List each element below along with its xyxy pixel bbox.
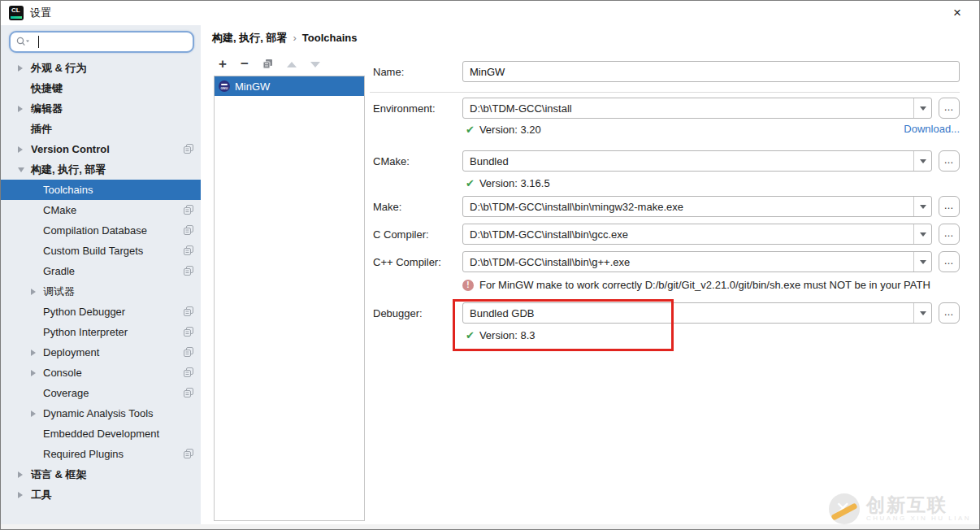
copy-toolchain-button[interactable] <box>262 59 273 71</box>
sidebar-item-dynamic-analysis-tools[interactable]: Dynamic Analysis Tools <box>1 403 201 424</box>
copy-icon <box>184 367 193 377</box>
sidebar-item-console[interactable]: Console <box>1 363 201 383</box>
sidebar-item-row-1[interactable]: 快捷键 <box>1 78 201 98</box>
sidebar-item-cmake[interactable]: CMake <box>1 200 201 220</box>
sidebar-item-embedded-development[interactable]: Embedded Development <box>1 424 201 444</box>
c-compiler-browse-button[interactable]: … <box>939 224 960 245</box>
sidebar-item-label: Version Control <box>31 143 110 155</box>
sidebar-item-required-plugins[interactable]: Required Plugins <box>1 444 201 464</box>
environment-version: Version: 3.20 <box>479 124 541 136</box>
chevron-down-icon[interactable] <box>913 151 931 171</box>
chevron-down-icon[interactable] <box>913 224 931 244</box>
copy-icon <box>184 449 193 458</box>
sidebar-item-row-0[interactable]: 外观 & 行为 <box>1 58 201 78</box>
clion-logo-icon: CL <box>9 6 24 20</box>
chevron-down-icon[interactable] <box>913 252 931 272</box>
sidebar-item-row-11[interactable]: 调试器 <box>1 281 201 302</box>
chevron-down-icon[interactable] <box>18 167 24 172</box>
check-icon: ✔ <box>466 177 475 189</box>
add-toolchain-button[interactable]: + <box>219 59 227 70</box>
make-label: Make: <box>373 201 401 213</box>
cmake-version-row: ✔ Version: 3.16.5 <box>466 177 550 189</box>
name-label: Name: <box>373 66 404 78</box>
toolchains-page: 构建, 执行, 部署›Toolchains + − MinGW <box>201 25 980 524</box>
name-value: MinGW <box>470 66 505 78</box>
sidebar-item-label: Dynamic Analysis Tools <box>43 407 154 419</box>
sidebar-item-version-control[interactable]: Version Control <box>1 139 201 159</box>
environment-browse-button[interactable]: … <box>939 98 960 119</box>
sidebar-item-python-debugger[interactable]: Python Debugger <box>1 302 201 322</box>
chevron-right-icon[interactable] <box>18 106 23 112</box>
sidebar-item-label: 快捷键 <box>31 81 63 96</box>
breadcrumb-path[interactable]: 构建, 执行, 部署 <box>212 32 287 44</box>
check-icon: ✔ <box>466 124 475 136</box>
move-down-button[interactable] <box>310 62 320 67</box>
cmake-combo[interactable]: Bundled <box>462 150 932 172</box>
sidebar-item-row-21[interactable]: 工具 <box>1 484 201 505</box>
debugger-version: Version: 8.3 <box>479 329 536 341</box>
environment-label: Environment: <box>373 102 436 115</box>
make-browse-button[interactable]: … <box>939 196 960 217</box>
close-icon[interactable]: × <box>948 4 966 22</box>
toolchain-item-label: MinGW <box>235 80 270 93</box>
sidebar-item-label: Python Debugger <box>43 306 125 318</box>
settings-dialog: CL 设置 × 外观 & 行为快捷键编辑器插件Version Control构建… <box>0 0 980 530</box>
chevron-right-icon[interactable] <box>31 411 36 417</box>
chevron-right-icon[interactable] <box>18 65 23 72</box>
sidebar-item-label: 工具 <box>31 488 52 502</box>
chevron-right-icon[interactable] <box>18 492 23 498</box>
sidebar-item-python-interpreter[interactable]: Python Interpreter <box>1 322 201 342</box>
cpp-compiler-combo[interactable]: D:\b\TDM-GCC\install\bin\g++.exe <box>462 251 932 272</box>
chevron-down-icon[interactable] <box>913 303 931 323</box>
error-icon: ! <box>462 280 474 291</box>
name-input[interactable]: MinGW <box>462 61 960 82</box>
chevron-right-icon[interactable] <box>31 370 36 376</box>
watermark-logo: 创新互联 CHUANG XIN HU LIAN <box>829 493 971 524</box>
cmake-value: Bundled <box>463 155 913 167</box>
chevron-down-icon[interactable] <box>913 197 931 216</box>
remove-toolchain-button[interactable]: − <box>241 59 249 70</box>
debugger-value: Bundled GDB <box>463 307 913 319</box>
environment-version-row: ✔ Version: 3.20 <box>466 124 541 136</box>
sidebar-item-label: 编辑器 <box>31 102 63 116</box>
sidebar-item-label: Python Interpreter <box>43 326 128 338</box>
chevron-right-icon[interactable] <box>31 350 36 356</box>
sidebar-item-row-3[interactable]: 插件 <box>1 119 201 139</box>
toolchain-list: MinGW <box>214 76 365 521</box>
chevron-right-icon[interactable] <box>18 146 23 153</box>
debugger-browse-button[interactable]: … <box>939 302 960 324</box>
sidebar-item-row-2[interactable]: 编辑器 <box>1 98 201 119</box>
sidebar-item-toolchains[interactable]: Toolchains <box>1 180 201 200</box>
chevron-right-icon[interactable] <box>31 289 36 295</box>
sidebar-item-deployment[interactable]: Deployment <box>1 342 201 363</box>
sidebar-item-label: Required Plugins <box>43 448 124 460</box>
make-combo[interactable]: D:\b\TDM-GCC\install\bin\mingw32-make.ex… <box>462 196 932 217</box>
download-link[interactable]: Download... <box>904 123 960 135</box>
sidebar-item-label: 外观 & 行为 <box>31 61 87 76</box>
check-icon: ✔ <box>466 329 475 341</box>
sidebar-item-row-20[interactable]: 语言 & 框架 <box>1 464 201 484</box>
toolchain-item-mingw[interactable]: MinGW <box>215 76 364 96</box>
sidebar-item-label: Gradle <box>43 265 75 277</box>
watermark-title: 创新互联 <box>866 496 971 515</box>
sidebar-item-coverage[interactable]: Coverage <box>1 383 201 403</box>
sidebar-item-row-5[interactable]: 构建, 执行, 部署 <box>1 159 201 180</box>
copy-icon <box>184 245 193 255</box>
environment-combo[interactable]: D:\b\TDM-GCC\install <box>462 98 932 119</box>
sidebar-item-gradle[interactable]: Gradle <box>1 261 201 281</box>
sidebar-item-custom-build-targets[interactable]: Custom Build Targets <box>1 241 201 261</box>
breadcrumb: 构建, 执行, 部署›Toolchains <box>212 31 357 46</box>
c-compiler-combo[interactable]: D:\b\TDM-GCC\install\bin\gcc.exe <box>462 224 932 245</box>
debugger-combo[interactable]: Bundled GDB <box>462 302 932 324</box>
make-value: D:\b\TDM-GCC\install\bin\mingw32-make.ex… <box>463 201 913 213</box>
chevron-right-icon[interactable] <box>18 471 23 478</box>
search-input[interactable] <box>9 31 194 53</box>
warning-row: ! For MinGW make to work correctly D:/b/… <box>462 279 930 291</box>
cmake-browse-button[interactable]: … <box>939 150 960 172</box>
cpp-compiler-browse-button[interactable]: … <box>939 251 960 272</box>
copy-icon <box>184 266 193 276</box>
chevron-down-icon[interactable] <box>913 98 931 118</box>
sidebar-item-compilation-database[interactable]: Compilation Database <box>1 220 201 241</box>
move-up-button[interactable] <box>287 62 297 67</box>
watermark-subtitle: CHUANG XIN HU LIAN <box>866 515 971 522</box>
